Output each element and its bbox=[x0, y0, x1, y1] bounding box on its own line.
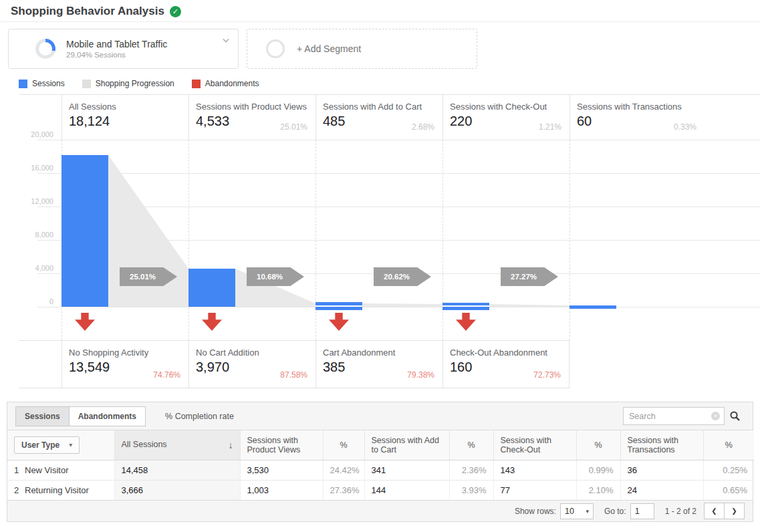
column-header-percent[interactable]: % bbox=[323, 430, 364, 460]
chart-legend: Sessions Shopping Progression Abandonmen… bbox=[19, 79, 760, 88]
session-bar-check-out[interactable] bbox=[442, 303, 489, 310]
stage-label: Sessions with Add to Cart bbox=[323, 102, 442, 112]
column-header-add-to-cart[interactable]: Sessions with Add to Cart bbox=[364, 430, 449, 460]
dropdown-arrow-icon: ▾ bbox=[69, 441, 72, 448]
table-cell: 144 bbox=[364, 480, 449, 500]
stage-label: Sessions with Check-Out bbox=[450, 102, 569, 112]
goto-label: Go to: bbox=[604, 507, 626, 516]
user-type-dropdown[interactable]: User Type ▾ bbox=[14, 436, 80, 454]
segment-bar: Mobile and Tablet Traffic 29.04% Session… bbox=[8, 29, 760, 69]
abandonment-percent: 79.38% bbox=[407, 370, 434, 380]
table-footer: Show rows: 10 ▾ Go to: 1 - 2 of 2 ❮ ❯ bbox=[7, 500, 753, 521]
tab-sessions[interactable]: Sessions bbox=[15, 406, 70, 426]
legend-item-abandonments: Abandonments bbox=[192, 79, 259, 88]
abandonment-card-checkout: Check-Out Abandonment 160 72.73% bbox=[442, 341, 569, 388]
search-button[interactable] bbox=[725, 407, 745, 426]
add-segment-label: + Add Segment bbox=[297, 43, 361, 54]
row-dimension-cell: 2Returning Visitor bbox=[7, 480, 114, 500]
dimension-header-cell: User Type ▾ bbox=[7, 430, 114, 460]
add-segment-button[interactable]: + Add Segment bbox=[247, 29, 477, 69]
legend-label: Sessions bbox=[32, 79, 65, 88]
circle-ring-icon bbox=[266, 39, 285, 58]
table-cell: 0.99% bbox=[576, 460, 620, 480]
show-rows-label: Show rows: bbox=[515, 507, 556, 516]
session-bar-all-sessions[interactable] bbox=[61, 155, 108, 307]
abandonment-arrow-icon bbox=[202, 313, 222, 331]
segment-subtitle: 29.04% Sessions bbox=[66, 51, 167, 59]
chevron-left-icon: ❮ bbox=[711, 507, 717, 515]
stage-percent: 25.01% bbox=[280, 122, 307, 132]
page-title: Shopping Behavior Analysis bbox=[11, 5, 164, 18]
column-header-check-out[interactable]: Sessions with Check-Out bbox=[493, 430, 576, 460]
table-cell: 36 bbox=[620, 460, 703, 480]
clear-icon[interactable]: × bbox=[711, 412, 720, 420]
table-row: 2Returning Visitor 3,666 1,003 27.36% 14… bbox=[7, 480, 754, 500]
table-cell: 27.36% bbox=[323, 480, 364, 500]
progression-rate-label: 27.27% bbox=[511, 273, 537, 281]
goto-page-input[interactable] bbox=[630, 503, 654, 519]
session-bar-transactions[interactable] bbox=[569, 305, 616, 309]
column-header-product-views[interactable]: Sessions with Product Views bbox=[240, 430, 323, 460]
show-rows-select[interactable]: 10 ▾ bbox=[560, 503, 594, 519]
table-cell: 3,666 bbox=[114, 480, 240, 500]
row-dimension: New Visitor bbox=[25, 465, 69, 475]
stage-header-product-views: Sessions with Product Views 4,533 25.01% bbox=[188, 95, 315, 140]
y-axis-tick: 16,000 bbox=[21, 164, 53, 172]
chevron-right-icon: ❯ bbox=[731, 507, 737, 515]
user-type-label: User Type bbox=[21, 440, 59, 450]
stage-header-add-to-cart: Sessions with Add to Cart 485 2.68% bbox=[315, 95, 442, 140]
stage-header-all-sessions: All Sessions 18,124 bbox=[61, 95, 188, 140]
column-header-percent[interactable]: % bbox=[576, 430, 620, 460]
sort-descending-icon: ↓ bbox=[229, 440, 233, 450]
table-cell: 3,530 bbox=[240, 460, 323, 480]
column-header-transactions[interactable]: Sessions with Transactions bbox=[620, 430, 703, 460]
tab-abandonments[interactable]: Abandonments bbox=[69, 406, 146, 426]
segment-card[interactable]: Mobile and Tablet Traffic 29.04% Session… bbox=[8, 29, 239, 69]
y-axis-tick: 0 bbox=[21, 297, 53, 305]
y-axis-tick: 12,000 bbox=[21, 197, 53, 205]
table-cell: 24.42% bbox=[323, 460, 364, 480]
abandonment-percent: 72.73% bbox=[533, 370, 561, 380]
legend-swatch-blue bbox=[19, 80, 27, 88]
abandonment-card-no-cart: No Cart Addition 3,970 87.58% bbox=[188, 341, 315, 388]
legend-swatch-gray bbox=[82, 80, 91, 88]
abandonment-percent: 87.58% bbox=[280, 370, 307, 380]
session-bar-add-to-cart[interactable] bbox=[315, 302, 362, 310]
search-area: × bbox=[623, 407, 745, 426]
abandonment-percent: 74.76% bbox=[153, 370, 180, 380]
table-cell: 341 bbox=[364, 460, 449, 480]
legend-label: Abandonments bbox=[205, 79, 259, 88]
table-cell: 77 bbox=[493, 480, 576, 500]
segment-name: Mobile and Tablet Traffic bbox=[66, 39, 167, 49]
next-page-button[interactable]: ❯ bbox=[724, 503, 745, 519]
row-index: 2 bbox=[14, 485, 25, 495]
session-bar-product-views[interactable] bbox=[188, 269, 235, 307]
gridline bbox=[37, 307, 760, 307]
stage-label: Sessions with Product Views bbox=[196, 102, 315, 112]
abandonment-label: No Shopping Activity bbox=[69, 348, 188, 358]
abandonment-label: Cart Abandonment bbox=[323, 348, 442, 358]
stage-header-check-out: Sessions with Check-Out 220 1.21% bbox=[442, 95, 569, 140]
column-header-percent[interactable]: % bbox=[449, 430, 493, 460]
table-cell: 14,458 bbox=[114, 460, 240, 480]
progression-rate-label: 25.01% bbox=[130, 273, 156, 281]
user-type-table: User Type ▾ All Sessions ↓ Sessions with… bbox=[7, 430, 754, 500]
row-dimension-cell: 1New Visitor bbox=[7, 460, 114, 480]
column-header-all-sessions[interactable]: All Sessions ↓ bbox=[114, 430, 240, 460]
y-axis-tick: 4,000 bbox=[21, 264, 53, 272]
prev-page-button[interactable]: ❮ bbox=[704, 503, 725, 519]
table-cell: 2.36% bbox=[449, 460, 493, 480]
completion-rate-toggle[interactable]: % Completion rate bbox=[165, 412, 234, 421]
shopping-funnel-chart: All Sessions 18,124 Sessions with Produc… bbox=[19, 94, 760, 390]
table-header-row: User Type ▾ All Sessions ↓ Sessions with… bbox=[7, 430, 754, 460]
table-cell: 3.93% bbox=[449, 480, 493, 500]
chevron-down-icon[interactable] bbox=[219, 33, 233, 47]
abandonment-card-cart: Cart Abandonment 385 79.38% bbox=[315, 341, 442, 388]
search-input[interactable] bbox=[623, 407, 725, 425]
legend-item-sessions: Sessions bbox=[19, 79, 65, 88]
stage-value: 18,124 bbox=[69, 114, 188, 129]
table-cell: 24 bbox=[620, 480, 703, 500]
column-header-percent[interactable]: % bbox=[703, 430, 754, 460]
row-dimension: Returning Visitor bbox=[25, 485, 89, 495]
pagination-range: 1 - 2 of 2 bbox=[665, 507, 696, 516]
